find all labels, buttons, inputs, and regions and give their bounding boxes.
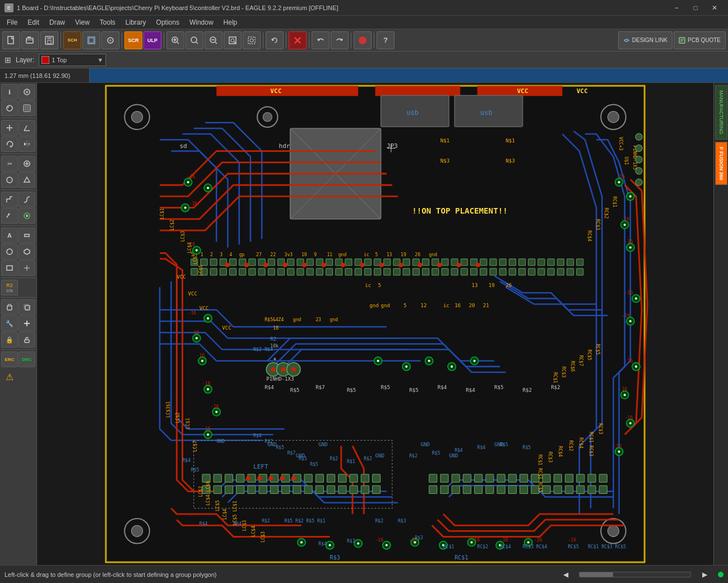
drc-button[interactable]: DRC xyxy=(18,351,35,367)
move-button[interactable] xyxy=(1,120,18,136)
svg-text:RC$1: RC$1 xyxy=(443,544,455,549)
svg-text:GND: GND xyxy=(449,453,458,459)
redo-button[interactable] xyxy=(331,31,349,49)
svg-rect-185 xyxy=(567,269,573,275)
warning-button[interactable]: ⚠ xyxy=(1,369,18,385)
svg-text:-16: -16 xyxy=(534,537,542,543)
smd-button[interactable] xyxy=(18,228,35,243)
close-button[interactable]: ✕ xyxy=(706,1,724,15)
angle-button[interactable] xyxy=(18,120,35,136)
svg-text:R$4: R$4 xyxy=(466,387,475,393)
menu-library[interactable]: Library xyxy=(121,16,151,29)
copy-button[interactable] xyxy=(18,299,35,315)
menu-tools[interactable]: Tools xyxy=(95,16,120,29)
zoom-out-button[interactable] xyxy=(205,31,222,49)
svg-rect-107 xyxy=(210,259,217,266)
layer-select[interactable]: 1 Top ▼ xyxy=(39,54,106,66)
paste-button[interactable] xyxy=(1,299,18,315)
circle-button[interactable] xyxy=(1,244,18,260)
board-button[interactable] xyxy=(82,31,100,49)
zoom-in-button[interactable] xyxy=(166,31,184,49)
svg-rect-313 xyxy=(486,485,494,493)
svg-rect-314 xyxy=(497,485,505,493)
svg-rect-269 xyxy=(361,474,369,482)
text-button[interactable]: A xyxy=(1,228,18,243)
design-link-button[interactable]: DESIGN LINK xyxy=(618,31,673,49)
add-button[interactable] xyxy=(18,156,35,172)
properties-button[interactable]: 🔧 xyxy=(1,316,18,331)
undo-button[interactable] xyxy=(312,31,330,49)
svg-text:RC$1: RC$1 xyxy=(455,554,468,561)
new-button[interactable] xyxy=(2,31,20,49)
menu-edit[interactable]: Edit xyxy=(23,16,44,29)
open-button[interactable] xyxy=(21,31,39,49)
pcb-canvas[interactable]: VCC VCC VCC usb usb hdr sd JP3 N$1 xyxy=(37,83,713,565)
rect-button[interactable] xyxy=(1,260,18,276)
paint-button[interactable] xyxy=(1,100,18,116)
lock-button[interactable]: 🔒 xyxy=(1,332,18,348)
menu-draw[interactable]: Draw xyxy=(45,16,69,29)
maximize-button[interactable]: □ xyxy=(687,1,704,15)
svg-point-247 xyxy=(291,367,296,372)
layers-button[interactable] xyxy=(18,100,35,116)
svg-text:R$7: R$7 xyxy=(316,385,324,390)
scroll-right-button[interactable]: ▶ xyxy=(695,568,713,581)
svg-rect-322 xyxy=(588,485,596,493)
ulp-button[interactable]: ULP xyxy=(143,31,161,49)
menu-view[interactable]: View xyxy=(71,16,94,29)
cam-button[interactable] xyxy=(101,31,119,49)
svg-point-33 xyxy=(8,107,10,108)
scroll-left-button[interactable]: ◀ xyxy=(557,568,574,581)
svg-rect-119 xyxy=(326,259,332,266)
menu-window[interactable]: Window xyxy=(185,16,218,29)
refresh-button[interactable] xyxy=(266,31,284,49)
rotate-button[interactable] xyxy=(1,136,18,152)
via-button[interactable] xyxy=(1,172,18,188)
menu-help[interactable]: Help xyxy=(219,16,242,29)
svg-rect-154 xyxy=(268,269,275,275)
zoom-fit-button[interactable] xyxy=(224,31,242,49)
drc-circle-button[interactable] xyxy=(354,31,372,49)
svg-point-8 xyxy=(109,39,112,41)
svg-rect-312 xyxy=(475,485,483,493)
svg-rect-302 xyxy=(542,474,550,482)
minimize-button[interactable]: − xyxy=(667,1,685,15)
svg-text:RC$2: RC$2 xyxy=(604,208,609,219)
wire-button[interactable] xyxy=(1,208,18,224)
script-button[interactable]: SCR xyxy=(124,31,142,49)
route2-button[interactable] xyxy=(18,192,35,207)
svg-text:LC$5: LC$5 xyxy=(215,500,220,511)
pad-button[interactable] xyxy=(18,208,35,224)
svg-rect-21 xyxy=(248,37,255,44)
info-button[interactable]: ℹ xyxy=(1,84,18,100)
smash-button[interactable] xyxy=(18,316,35,331)
svg-text:-16: -16 xyxy=(202,381,211,386)
titlebar-controls[interactable]: − □ ✕ xyxy=(667,1,724,15)
unlock-button[interactable] xyxy=(18,332,35,348)
fusion-tab[interactable]: F FUSION 360 xyxy=(715,142,727,186)
route-button[interactable] xyxy=(1,192,18,207)
split-button[interactable] xyxy=(18,260,35,276)
svg-rect-306 xyxy=(588,474,596,482)
svg-point-390 xyxy=(451,365,453,368)
svg-text:R$4: R$4 xyxy=(265,385,274,390)
erc-button[interactable]: ERC xyxy=(1,351,18,367)
zoom-select-button[interactable] xyxy=(243,31,261,49)
svg-text:LC$4 LC$6: LC$4 LC$6 xyxy=(205,481,211,506)
mirror-button[interactable] xyxy=(18,136,35,152)
schematic-button[interactable]: SCH xyxy=(63,31,81,49)
menu-file[interactable]: File xyxy=(2,16,22,29)
stop-button[interactable] xyxy=(289,31,307,49)
polygon2-button[interactable] xyxy=(18,244,35,260)
polygon-button[interactable] xyxy=(18,172,35,188)
save-button[interactable] xyxy=(40,31,58,49)
coord-input[interactable] xyxy=(90,68,728,82)
pcb-quote-button[interactable]: PCB QUOTE xyxy=(674,31,726,49)
menu-options[interactable]: Options xyxy=(152,16,184,29)
help-button[interactable]: ? xyxy=(377,31,395,49)
manufacturing-tab[interactable]: MANUFACTURING xyxy=(715,85,727,140)
svg-rect-279 xyxy=(293,485,301,493)
display-button[interactable] xyxy=(18,84,35,100)
cut-button[interactable]: ✂ xyxy=(1,156,18,172)
zoom-area-button[interactable] xyxy=(186,31,203,49)
